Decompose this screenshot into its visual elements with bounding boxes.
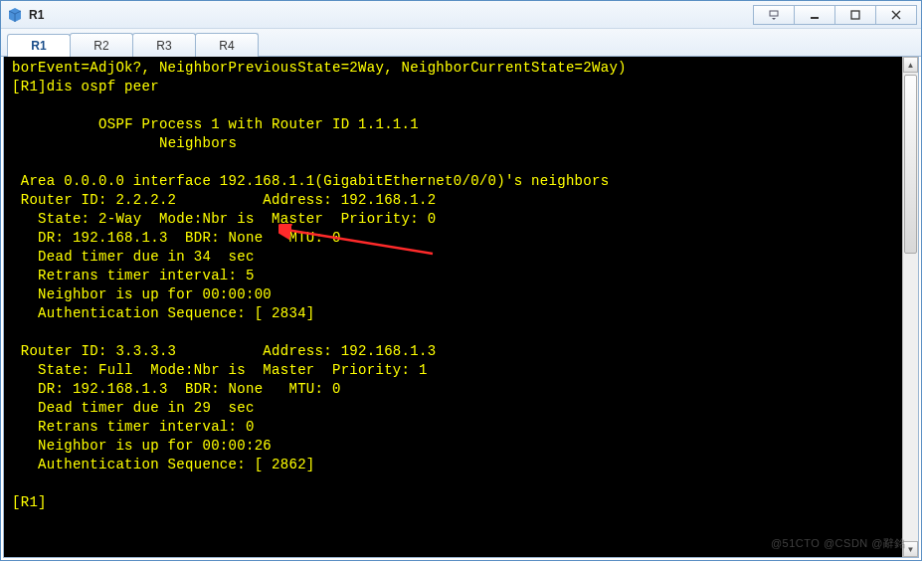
svg-rect-0: [770, 11, 778, 16]
tab-r3[interactable]: R3: [132, 33, 196, 57]
app-window: R1 R1 R2 R3 R4 borEvent=AdjOk?, Neighbor…: [0, 0, 922, 561]
window-controls: [753, 5, 917, 25]
window-title: R1: [29, 8, 753, 22]
dropdown-button[interactable]: [753, 5, 795, 25]
scroll-track[interactable]: [903, 73, 918, 541]
terminal-output[interactable]: borEvent=AdjOk?, NeighborPreviousState=2…: [4, 57, 918, 516]
tab-r1[interactable]: R1: [7, 34, 71, 58]
app-icon: [7, 7, 23, 23]
scroll-thumb[interactable]: [904, 75, 917, 254]
minimize-button[interactable]: [794, 5, 835, 25]
terminal-area: borEvent=AdjOk?, NeighborPreviousState=2…: [3, 57, 919, 558]
tab-label: R4: [219, 39, 234, 53]
close-button[interactable]: [875, 5, 917, 25]
tab-label: R1: [31, 39, 46, 53]
scroll-up-button[interactable]: ▲: [903, 57, 918, 73]
tab-label: R2: [93, 39, 108, 53]
watermark: @51CTO @CSDN @辭銘: [771, 536, 906, 551]
svg-rect-1: [811, 17, 819, 19]
tab-label: R3: [156, 39, 171, 53]
titlebar: R1: [1, 1, 921, 29]
tab-r4[interactable]: R4: [195, 33, 259, 57]
maximize-button[interactable]: [834, 5, 876, 25]
svg-rect-2: [851, 11, 859, 19]
tab-bar: R1 R2 R3 R4: [1, 29, 921, 57]
scrollbar: ▲ ▼: [902, 57, 918, 557]
tab-r2[interactable]: R2: [70, 33, 133, 57]
